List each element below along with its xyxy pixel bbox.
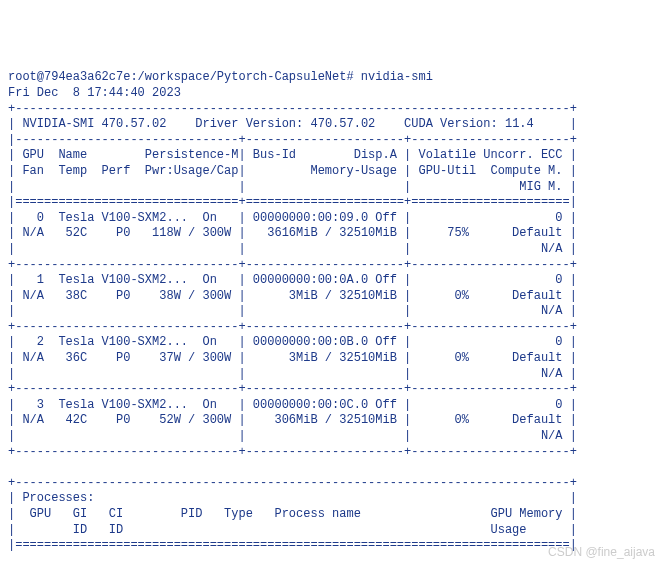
gpu0-r3c3: N/A bbox=[411, 242, 569, 256]
gpu0-r2c1: N/A 52C P0 118W / 300W bbox=[15, 226, 238, 240]
gpu2-r3c2 bbox=[246, 367, 404, 381]
gpu2-r2c3: 0% Default bbox=[411, 351, 569, 365]
gpu-r1: | 3 Tesla V100-SXM2... On | 00000000:00:… bbox=[8, 398, 577, 412]
gpu0-r2c2: 3616MiB / 32510MiB bbox=[246, 226, 404, 240]
header-sep: |-------------------------------+-------… bbox=[8, 133, 577, 147]
gpu-sep: +-------------------------------+-------… bbox=[8, 382, 577, 396]
col-r2c1: Fan Temp Perf Pwr:Usage/Cap bbox=[15, 164, 238, 178]
gpu-r3: | | | N/A | bbox=[8, 367, 577, 381]
gpu1-r3c2 bbox=[246, 304, 404, 318]
col-r1c1: GPU Name Persistence-M bbox=[15, 148, 238, 162]
proc-h2: | ID ID Usage | bbox=[8, 523, 577, 537]
gpu3-r1c3: 0 bbox=[411, 398, 569, 412]
gpu-sep: +-------------------------------+-------… bbox=[8, 258, 577, 272]
gpu1-r2c2: 3MiB / 32510MiB bbox=[246, 289, 404, 303]
watermark: CSDN @fine_aijava bbox=[548, 545, 655, 561]
col-r1c3: Volatile Uncorr. ECC bbox=[411, 148, 569, 162]
proc-h1-text: GPU GI CI PID Type Process name GPU Memo… bbox=[15, 507, 570, 521]
gpu2-r1c2: 00000000:00:0B.0 Off bbox=[246, 335, 404, 349]
gpu1-r3c3: N/A bbox=[411, 304, 569, 318]
gpu2-r2c2: 3MiB / 32510MiB bbox=[246, 351, 404, 365]
gpu2-r1c3: 0 bbox=[411, 335, 569, 349]
gpu-r3: | | | N/A | bbox=[8, 429, 577, 443]
gpu1-r2c3: 0% Default bbox=[411, 289, 569, 303]
proc-top: +---------------------------------------… bbox=[8, 476, 577, 490]
gpu3-r1c1: 3 Tesla V100-SXM2... On bbox=[15, 398, 238, 412]
gpu0-r2c3: 75% Default bbox=[411, 226, 569, 240]
timestamp-line: Fri Dec 8 17:44:40 2023 bbox=[8, 86, 181, 100]
gpu2-r3c1 bbox=[15, 367, 238, 381]
header-row: | NVIDIA-SMI 470.57.02 Driver Version: 4… bbox=[8, 117, 577, 131]
proc-h2-text: ID ID Usage bbox=[15, 523, 570, 537]
gpu0-r1c3: 0 bbox=[411, 211, 569, 225]
cuda-label: CUDA Version: bbox=[404, 117, 498, 131]
col-r3c3: MIG M. bbox=[411, 180, 569, 194]
gpu3-r3c2 bbox=[246, 429, 404, 443]
gpu0-r1c2: 00000000:00:09.0 Off bbox=[246, 211, 404, 225]
gpu3-r2c1: N/A 42C P0 52W / 300W bbox=[15, 413, 238, 427]
gpu3-r3c3: N/A bbox=[411, 429, 569, 443]
gpu1-r1c1: 1 Tesla V100-SXM2... On bbox=[15, 273, 238, 287]
proc-title-text: Processes: bbox=[15, 491, 570, 505]
col-r1c2: Bus-Id Disp.A bbox=[246, 148, 404, 162]
gpu2-r3c3: N/A bbox=[411, 367, 569, 381]
col-r2c2: Memory-Usage bbox=[246, 164, 404, 178]
gpu1-r2c1: N/A 38C P0 38W / 300W bbox=[15, 289, 238, 303]
gpu2-r2c1: N/A 36C P0 37W / 300W bbox=[15, 351, 238, 365]
gpu-r2: | N/A 38C P0 38W / 300W | 3MiB / 32510Mi… bbox=[8, 289, 577, 303]
gpu-r2: | N/A 42C P0 52W / 300W | 306MiB / 32510… bbox=[8, 413, 577, 427]
proc-sep: |=======================================… bbox=[8, 538, 577, 552]
gpu-r3: | | | N/A | bbox=[8, 304, 577, 318]
col-sep: |===============================+=======… bbox=[8, 195, 577, 209]
gpu-sep: +-------------------------------+-------… bbox=[8, 445, 577, 459]
col-header-r2: | Fan Temp Perf Pwr:Usage/Cap| Memory-Us… bbox=[8, 164, 577, 178]
driver-version: 470.57.02 bbox=[310, 117, 375, 131]
col-r3c1 bbox=[15, 180, 238, 194]
prompt-line: root@794ea3a62c7e:/workspace/Pytorch-Cap… bbox=[8, 70, 433, 84]
blank-line bbox=[8, 460, 577, 474]
gpu1-r1c3: 0 bbox=[411, 273, 569, 287]
gpu3-r2c2: 306MiB / 32510MiB bbox=[246, 413, 404, 427]
col-header-r3: | | | MIG M. | bbox=[8, 180, 577, 194]
gpu3-r2c3: 0% Default bbox=[411, 413, 569, 427]
proc-h1: | GPU GI CI PID Type Process name GPU Me… bbox=[8, 507, 577, 521]
border-top: +---------------------------------------… bbox=[8, 102, 577, 116]
gpu-r1: | 2 Tesla V100-SXM2... On | 00000000:00:… bbox=[8, 335, 577, 349]
driver-label: Driver Version: bbox=[195, 117, 303, 131]
gpu0-r3c1 bbox=[15, 242, 238, 256]
gpu-r1: | 0 Tesla V100-SXM2... On | 00000000:00:… bbox=[8, 211, 577, 225]
cuda-version: 11.4 bbox=[505, 117, 534, 131]
gpu0-r3c2 bbox=[246, 242, 404, 256]
col-r2c3: GPU-Util Compute M. bbox=[411, 164, 569, 178]
gpu2-r1c1: 2 Tesla V100-SXM2... On bbox=[15, 335, 238, 349]
gpu-sep: +-------------------------------+-------… bbox=[8, 320, 577, 334]
gpu-r1: | 1 Tesla V100-SXM2... On | 00000000:00:… bbox=[8, 273, 577, 287]
gpu3-r3c1 bbox=[15, 429, 238, 443]
gpu1-r3c1 bbox=[15, 304, 238, 318]
proc-title: | Processes: | bbox=[8, 491, 577, 505]
gpu0-r1c1: 0 Tesla V100-SXM2... On bbox=[15, 211, 238, 225]
gpu-r2: | N/A 52C P0 118W / 300W | 3616MiB / 325… bbox=[8, 226, 577, 240]
gpu-r2: | N/A 36C P0 37W / 300W | 3MiB / 32510Mi… bbox=[8, 351, 577, 365]
col-r3c2 bbox=[246, 180, 404, 194]
col-header-r1: | GPU Name Persistence-M| Bus-Id Disp.A … bbox=[8, 148, 577, 162]
smi-version: NVIDIA-SMI 470.57.02 bbox=[22, 117, 166, 131]
gpu1-r1c2: 00000000:00:0A.0 Off bbox=[246, 273, 404, 287]
gpu3-r1c2: 00000000:00:0C.0 Off bbox=[246, 398, 404, 412]
gpu-r3: | | | N/A | bbox=[8, 242, 577, 256]
